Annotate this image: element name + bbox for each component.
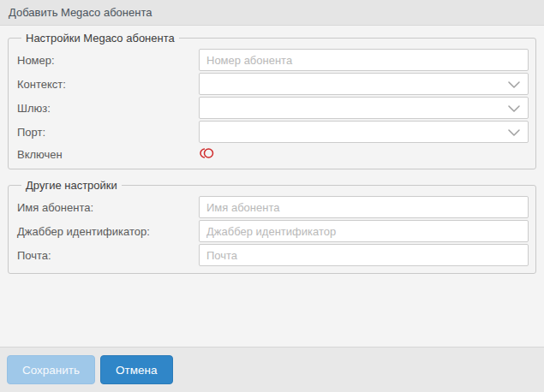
- port-row: Порт:: [17, 121, 529, 143]
- cancel-button[interactable]: Отмена: [100, 355, 172, 384]
- number-input[interactable]: [199, 49, 529, 71]
- email-row: Почта:: [17, 244, 529, 266]
- email-input[interactable]: [199, 244, 529, 266]
- megaco-settings-section: Настройки Megaco абонента Номер: Контекс…: [8, 32, 536, 169]
- dialog-title: Добавить Megaco абонента: [9, 6, 152, 19]
- dialog-footer: Сохранить Отмена: [0, 347, 544, 392]
- jabber-id-input[interactable]: [199, 220, 529, 242]
- port-label: Порт:: [17, 126, 199, 139]
- other-settings-section: Другие настройки Имя абонента: Джаббер и…: [8, 179, 536, 274]
- other-settings-legend: Другие настройки: [21, 179, 122, 192]
- chevron-down-icon: [508, 78, 520, 91]
- jabber-id-label: Джаббер идентификатор:: [17, 225, 199, 238]
- megaco-settings-legend: Настройки Megaco абонента: [21, 32, 179, 45]
- subscriber-name-row: Имя абонента:: [17, 196, 529, 218]
- jabber-id-row: Джаббер идентификатор:: [17, 220, 529, 242]
- number-label: Номер:: [17, 54, 199, 67]
- number-row: Номер:: [17, 49, 529, 71]
- subscriber-name-input[interactable]: [199, 196, 529, 218]
- context-row: Контекст:: [17, 73, 529, 95]
- chevron-down-icon: [508, 102, 520, 115]
- gateway-row: Шлюз:: [17, 97, 529, 119]
- add-megaco-subscriber-dialog: Добавить Megaco абонента Настройки Megac…: [0, 0, 544, 392]
- enabled-row: Включен: [17, 146, 529, 162]
- chevron-down-icon: [508, 126, 520, 139]
- email-label: Почта:: [17, 249, 199, 262]
- dialog-body: Настройки Megaco абонента Номер: Контекс…: [0, 26, 544, 347]
- enabled-label: Включен: [17, 148, 199, 161]
- gateway-select[interactable]: [199, 97, 529, 119]
- gateway-label: Шлюз:: [17, 102, 199, 115]
- save-button[interactable]: Сохранить: [7, 355, 95, 384]
- port-select[interactable]: [199, 121, 529, 143]
- subscriber-name-label: Имя абонента:: [17, 201, 199, 214]
- toggle-off-icon[interactable]: [199, 147, 214, 159]
- context-label: Контекст:: [17, 78, 199, 91]
- dialog-titlebar: Добавить Megaco абонента: [0, 0, 544, 26]
- context-select[interactable]: [199, 73, 529, 95]
